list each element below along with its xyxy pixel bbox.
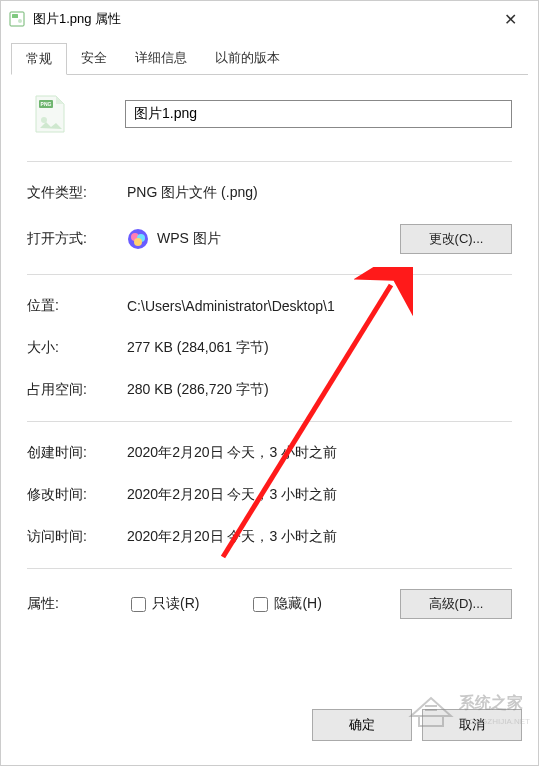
cancel-button[interactable]: 取消 (422, 709, 522, 741)
tab-content: PNG 文件类型: PNG 图片文件 (.png) 打开方式: (1, 75, 538, 649)
file-type-icon: PNG (29, 93, 71, 135)
titlebar: 图片1.png 属性 ✕ (1, 1, 538, 37)
label-location: 位置: (27, 297, 127, 315)
checkbox-hidden-input[interactable] (253, 597, 268, 612)
checkbox-readonly[interactable]: 只读(R) (127, 594, 199, 615)
title-icon (9, 11, 25, 27)
tab-general[interactable]: 常规 (11, 43, 67, 75)
value-created: 2020年2月20日 今天，3 小时之前 (127, 444, 512, 462)
label-openwith: 打开方式: (27, 230, 127, 248)
advanced-button[interactable]: 高级(D)... (400, 589, 512, 619)
svg-text:PNG: PNG (41, 101, 52, 107)
checkbox-hidden-label: 隐藏(H) (274, 595, 321, 613)
label-attributes: 属性: (27, 595, 127, 613)
close-button[interactable]: ✕ (490, 10, 530, 29)
svg-rect-1 (12, 14, 18, 18)
label-modified: 修改时间: (27, 486, 127, 504)
separator (27, 421, 512, 422)
value-location: C:\Users\Administrator\Desktop\1 (127, 298, 512, 314)
change-button[interactable]: 更改(C)... (400, 224, 512, 254)
label-created: 创建时间: (27, 444, 127, 462)
tab-previous-versions[interactable]: 以前的版本 (201, 43, 294, 74)
filename-input[interactable] (125, 100, 512, 128)
value-size: 277 KB (284,061 字节) (127, 339, 512, 357)
value-sizedisk: 280 KB (286,720 字节) (127, 381, 512, 399)
value-modified: 2020年2月20日 今天，3 小时之前 (127, 486, 512, 504)
app-icon (127, 228, 149, 250)
tab-security[interactable]: 安全 (67, 43, 121, 74)
value-accessed: 2020年2月20日 今天，3 小时之前 (127, 528, 512, 546)
label-filetype: 文件类型: (27, 184, 127, 202)
label-accessed: 访问时间: (27, 528, 127, 546)
properties-dialog: 图片1.png 属性 ✕ 常规 安全 详细信息 以前的版本 PNG (0, 0, 539, 766)
dialog-footer: 确定 取消 (1, 697, 538, 765)
checkbox-readonly-label: 只读(R) (152, 595, 199, 613)
separator (27, 274, 512, 275)
separator (27, 161, 512, 162)
svg-point-2 (18, 19, 22, 23)
separator (27, 568, 512, 569)
window-title: 图片1.png 属性 (33, 10, 490, 28)
svg-point-9 (134, 238, 142, 246)
checkbox-readonly-input[interactable] (131, 597, 146, 612)
tab-strip: 常规 安全 详细信息 以前的版本 (11, 43, 528, 75)
checkbox-hidden[interactable]: 隐藏(H) (249, 594, 321, 615)
tab-details[interactable]: 详细信息 (121, 43, 201, 74)
value-filetype: PNG 图片文件 (.png) (127, 184, 512, 202)
ok-button[interactable]: 确定 (312, 709, 412, 741)
value-openwith: WPS 图片 (157, 230, 400, 248)
label-sizedisk: 占用空间: (27, 381, 127, 399)
label-size: 大小: (27, 339, 127, 357)
